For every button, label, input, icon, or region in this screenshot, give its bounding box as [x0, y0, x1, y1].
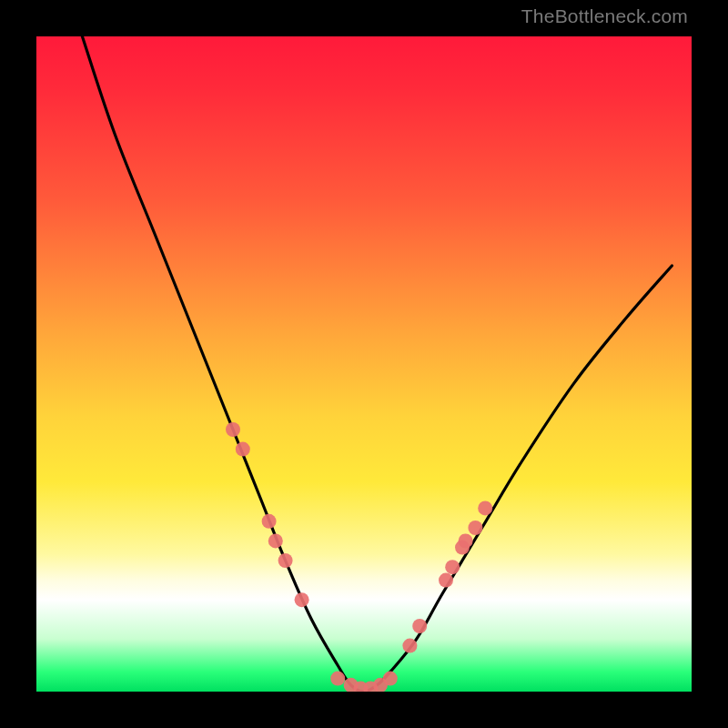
marker-dot — [295, 592, 309, 607]
marker-dot — [262, 514, 277, 529]
marker-dot — [445, 560, 460, 574]
marker-dot — [402, 639, 417, 653]
marker-dot — [383, 672, 398, 686]
marker-dot — [459, 533, 473, 548]
marker-dot — [226, 422, 240, 437]
marker-dot — [478, 500, 492, 515]
scatter-markers — [226, 422, 492, 692]
chart-svg — [36, 36, 692, 692]
bottleneck-curve-line — [82, 36, 672, 692]
plot-area — [36, 36, 692, 692]
marker-dot — [236, 442, 250, 457]
marker-dot — [468, 521, 482, 535]
watermark-text: TheBottleneck.com — [521, 5, 688, 27]
chart-frame: TheBottleneck.com — [0, 0, 728, 728]
marker-dot — [268, 533, 283, 548]
marker-dot — [439, 573, 453, 588]
marker-dot — [278, 553, 293, 568]
marker-dot — [412, 619, 427, 633]
marker-dot — [330, 672, 345, 686]
